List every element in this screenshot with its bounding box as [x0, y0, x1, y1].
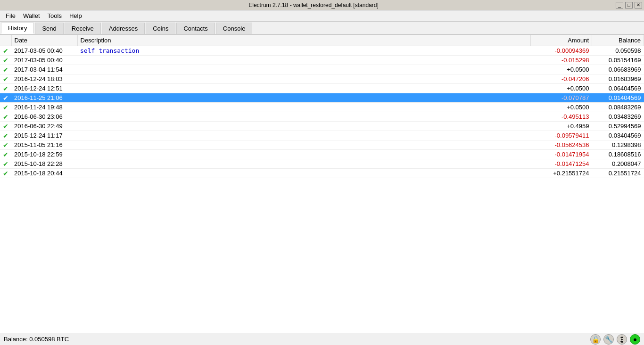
menu-bar: File Wallet Tools Help — [0, 10, 644, 22]
menu-wallet[interactable]: Wallet — [19, 11, 44, 20]
row-status-icon: ✔ — [0, 140, 11, 150]
bitcoin-icon[interactable]: ₿ — [617, 334, 627, 345]
tab-history[interactable]: History — [1, 23, 34, 34]
row-amount: +0.21551724 — [531, 169, 592, 178]
row-balance: 0.03483269 — [592, 112, 644, 122]
row-date: 2015-11-05 21:16 — [11, 140, 77, 150]
transaction-table-container: Date Description Amount Balance ✔2017-03… — [0, 35, 644, 333]
table-row[interactable]: ✔2015-11-05 21:16-0.056245360.1298398 — [0, 140, 644, 150]
row-status-icon: ✔ — [0, 122, 11, 131]
row-date: 2016-06-30 23:06 — [11, 112, 77, 122]
tab-contacts[interactable]: Contacts — [176, 23, 215, 34]
table-row[interactable]: ✔2015-10-18 22:28-0.014712540.2008047 — [0, 159, 644, 169]
row-description — [77, 150, 531, 159]
row-amount: -0.05624536 — [531, 140, 592, 150]
maximize-button[interactable]: □ — [625, 2, 633, 8]
header-date[interactable]: Date — [11, 35, 77, 46]
row-date: 2015-12-24 11:17 — [11, 131, 77, 140]
table-row[interactable]: ✔2017-03-05 00:40self transaction-0.0009… — [0, 46, 644, 56]
row-amount: -0.070787 — [531, 93, 592, 103]
row-status-icon: ✔ — [0, 169, 11, 178]
title-bar: Electrum 2.7.18 - wallet_restored_defaul… — [0, 0, 644, 10]
row-amount: +0.0500 — [531, 103, 592, 112]
row-description — [77, 159, 531, 169]
row-balance: 0.2008047 — [592, 159, 644, 169]
tab-send[interactable]: Send — [35, 23, 63, 34]
table-row[interactable]: ✔2016-12-24 18:03-0.0472060.01683969 — [0, 74, 644, 84]
row-balance: 0.18608516 — [592, 150, 644, 159]
row-status-icon: ✔ — [0, 56, 11, 65]
row-balance: 0.08483269 — [592, 103, 644, 112]
header-icon — [0, 35, 11, 46]
row-status-icon: ✔ — [0, 46, 11, 56]
row-amount: -0.09579411 — [531, 131, 592, 140]
table-row[interactable]: ✔2016-11-24 19:48+0.05000.08483269 — [0, 103, 644, 112]
row-description — [77, 131, 531, 140]
row-date: 2015-10-18 22:28 — [11, 159, 77, 169]
row-balance: 0.06404569 — [592, 84, 644, 93]
menu-file[interactable]: File — [2, 11, 19, 20]
row-date: 2016-12-24 12:51 — [11, 84, 77, 93]
tab-console[interactable]: Console — [216, 23, 253, 34]
table-row[interactable]: ✔2015-10-18 22:59-0.014719540.18608516 — [0, 150, 644, 159]
tab-receive[interactable]: Receive — [65, 23, 101, 34]
row-description — [77, 140, 531, 150]
row-description — [77, 56, 531, 65]
row-date: 2016-06-30 22:49 — [11, 122, 77, 131]
row-status-icon: ✔ — [0, 150, 11, 159]
row-amount: -0.01471954 — [531, 150, 592, 159]
row-amount: +0.0500 — [531, 84, 592, 93]
lock-icon[interactable]: 🔒 — [590, 334, 601, 345]
tab-addresses[interactable]: Addresses — [102, 23, 145, 34]
row-balance: 0.21551724 — [592, 169, 644, 178]
row-description — [77, 103, 531, 112]
row-description: self transaction — [77, 46, 531, 56]
table-row[interactable]: ✔2016-06-30 23:06-0.4951130.03483269 — [0, 112, 644, 122]
table-row[interactable]: ✔2016-06-30 22:49+0.49590.52994569 — [0, 122, 644, 131]
close-button[interactable]: ✕ — [635, 2, 642, 8]
row-description — [77, 84, 531, 93]
row-balance: 0.06683969 — [592, 65, 644, 74]
balance-status: Balance: 0.050598 BTC — [4, 336, 69, 343]
table-row[interactable]: ✔2017-03-05 00:40-0.0152980.05154169 — [0, 56, 644, 65]
row-amount: -0.047206 — [531, 74, 592, 84]
row-status-icon: ✔ — [0, 103, 11, 112]
table-row[interactable]: ✔2015-10-18 20:44+0.215517240.21551724 — [0, 169, 644, 178]
header-description[interactable]: Description — [77, 35, 531, 46]
table-row[interactable]: ✔2016-12-24 12:51+0.05000.06404569 — [0, 84, 644, 93]
row-date: 2015-10-18 20:44 — [11, 169, 77, 178]
status-bar: Balance: 0.050598 BTC 🔒 🔧 ₿ ● — [0, 333, 644, 345]
row-date: 2015-10-18 22:59 — [11, 150, 77, 159]
row-amount: -0.01471254 — [531, 159, 592, 169]
row-balance: 0.01683969 — [592, 74, 644, 84]
menu-tools[interactable]: Tools — [44, 11, 66, 20]
row-status-icon: ✔ — [0, 84, 11, 93]
row-date: 2017-03-05 00:40 — [11, 56, 77, 65]
row-status-icon: ✔ — [0, 74, 11, 84]
header-balance[interactable]: Balance — [592, 35, 644, 46]
row-balance: 0.050598 — [592, 46, 644, 56]
header-amount[interactable]: Amount — [531, 35, 592, 46]
minimize-button[interactable]: _ — [616, 2, 623, 8]
transaction-table: Date Description Amount Balance ✔2017-03… — [0, 35, 644, 178]
row-date: 2016-11-24 19:48 — [11, 103, 77, 112]
row-description — [77, 169, 531, 178]
menu-help[interactable]: Help — [66, 11, 86, 20]
table-row[interactable]: ✔2016-11-25 21:06-0.0707870.01404569 — [0, 93, 644, 103]
row-date: 2017-03-05 00:40 — [11, 46, 77, 56]
row-status-icon: ✔ — [0, 159, 11, 169]
tab-coins[interactable]: Coins — [146, 23, 175, 34]
table-row[interactable]: ✔2015-12-24 11:17-0.095794110.03404569 — [0, 131, 644, 140]
row-amount: +0.0500 — [531, 65, 592, 74]
row-description — [77, 65, 531, 74]
row-date: 2016-12-24 18:03 — [11, 74, 77, 84]
row-balance: 0.1298398 — [592, 140, 644, 150]
row-status-icon: ✔ — [0, 131, 11, 140]
table-row[interactable]: ✔2017-03-04 11:54+0.05000.06683969 — [0, 65, 644, 74]
row-description — [77, 93, 531, 103]
row-balance: 0.52994569 — [592, 122, 644, 131]
row-amount: -0.015298 — [531, 56, 592, 65]
connection-status-icon: ● — [630, 334, 640, 345]
row-amount: -0.495113 — [531, 112, 592, 122]
settings-icon[interactable]: 🔧 — [603, 334, 614, 345]
